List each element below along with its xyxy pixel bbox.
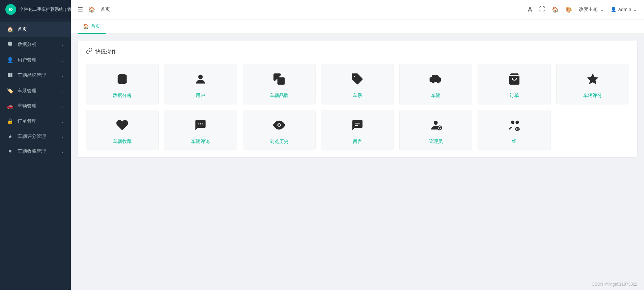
sidebar-item-user-management[interactable]: 👤 用户管理 ⌄ [0,52,71,68]
chevron-icon: ⌄ [61,42,64,47]
chevron-icon: ⌄ [61,134,64,139]
car-icon: 🚗 [7,103,14,109]
sidebar-item-vehicle-management[interactable]: 🚗 车辆管理 ⌄ [0,98,71,114]
qi-bag-icon [508,72,521,88]
tag-icon: 🏷️ [7,88,14,94]
qi-label: 车系 [353,93,362,99]
chevron-icon: ⌄ [61,104,64,108]
sidebar-item-home[interactable]: 🏠 首页 [0,22,71,37]
palette-icon[interactable]: 🎨 [565,6,572,13]
topbar-home-icon: 🏠 [88,6,95,13]
quick-grid-row2: 车辆收藏 车辆评论 [86,110,629,150]
sidebar-item-label: 数据分析 [18,42,61,48]
sidebar-item-label: 车辆品牌管理 [18,72,61,78]
sidebar-item-favorite-management[interactable]: ♥ 车辆收藏管理 ⌄ [0,144,71,159]
svg-point-17 [202,123,203,124]
svg-point-25 [511,121,514,124]
qi-label: 订单 [510,93,519,99]
brand-icon [7,72,14,79]
user-chevron-icon: ⌄ [633,7,637,12]
quick-item-admin[interactable]: 管理员 [399,110,472,150]
sidebar-item-label: 车辆管理 [18,103,61,109]
qi-label: 组 [512,139,517,145]
content-area: 🏠 首页 快捷操作 [71,19,644,290]
chevron-icon: ⌄ [61,89,64,93]
quick-grid-row1: 数据分析 用户 [86,64,629,104]
sidebar-item-brand-management[interactable]: 车辆品牌管理 ⌄ [0,68,71,83]
qi-tag-icon [351,72,364,88]
qi-user-icon [194,72,207,88]
qi-comment-icon [194,118,207,134]
topbar-breadcrumb: 首页 [101,6,110,13]
sidebar-item-label: 用户管理 [18,57,61,63]
sidebar-item-data-analysis[interactable]: 数据分析 ⌄ [0,37,71,52]
app-title: 个性化二手车推荐系统 | 管理员 [20,6,71,13]
quick-item-message[interactable]: 留言 [321,110,394,150]
svg-rect-9 [277,77,285,85]
quick-item-comment[interactable]: 车辆评论 [164,110,237,150]
footer-text: CSDN @linge511873822 [592,282,637,287]
qi-label: 车辆评分 [583,93,602,99]
logo-icon [5,4,16,15]
topbar-nav-home-icon[interactable]: 🏠 [552,6,559,13]
tab-home[interactable]: 🏠 首页 [78,20,106,34]
svg-rect-4 [10,73,12,75]
quick-item-group[interactable]: 组 [478,110,551,150]
empty-grid-item [556,110,629,150]
home-icon: 🏠 [7,26,14,32]
sidebar-menu: 🏠 首页 数据分析 ⌄ 👤 用户管理 ⌄ [0,19,71,290]
qi-label: 车辆评论 [191,139,210,145]
quick-item-data-analysis[interactable]: 数据分析 [86,64,159,104]
heart-icon: ♥ [7,148,14,154]
quick-item-order[interactable]: 订单 [478,64,551,104]
topbar-theme-label: 改变主题 [579,6,598,13]
topbar-right: A 🏠 🎨 改变主题 ⌄ 👤 admin ⌄ [528,6,637,13]
topbar-user-label: admin [618,7,631,12]
section-title-text: 快捷操作 [95,48,117,55]
qi-eye-icon [272,118,286,134]
sidebar-item-label: 车系管理 [18,88,61,94]
sidebar-item-label: 订单管理 [18,118,61,124]
svg-marker-14 [587,73,598,84]
svg-point-26 [515,121,519,124]
quick-item-brand[interactable]: 车辆品牌 [243,64,316,104]
tab-bar: 🏠 首页 [71,19,644,34]
sidebar-item-series-management[interactable]: 🏷️ 车系管理 ⌄ [0,83,71,98]
quick-item-browse[interactable]: 浏览历史 [243,110,316,150]
svg-point-22 [434,121,438,125]
qi-copy-icon [272,72,286,88]
chevron-icon: ⌄ [61,73,64,78]
svg-point-8 [198,75,203,79]
quick-item-user[interactable]: 用户 [164,64,237,104]
qi-star-icon [586,72,599,88]
database-icon [7,41,14,48]
quick-actions-card: 快捷操作 数据分析 [78,41,637,157]
qi-heart-icon [115,118,129,134]
quick-item-vehicle[interactable]: 车辆 [399,64,472,104]
quick-item-series[interactable]: 车系 [321,64,394,104]
qi-label: 车辆品牌 [270,93,289,99]
tab-home-icon: 🏠 [83,24,89,29]
qi-car-icon [429,72,442,88]
quick-item-favorite[interactable]: 车辆收藏 [86,110,159,150]
page-content: 快捷操作 数据分析 [71,34,644,290]
qi-admin-icon [429,118,442,134]
main-container: ☰ 🏠 首页 A 🏠 🎨 改变主题 ⌄ 👤 admin ⌄ [71,0,644,290]
font-size-icon[interactable]: A [528,6,532,13]
qi-label: 浏览历史 [270,139,289,145]
qi-label: 用户 [196,93,205,99]
sidebar-item-label: 车辆收藏管理 [18,148,61,154]
hamburger-icon[interactable]: ☰ [78,6,83,13]
svg-point-1 [10,9,11,10]
quick-item-rating[interactable]: 车辆评分 [556,64,629,104]
sidebar-item-rating-management[interactable]: ★ 车辆评分管理 ⌄ [0,129,71,144]
qi-chat-icon [351,118,364,134]
svg-rect-3 [8,73,10,75]
sidebar-item-order-management[interactable]: 🔒 订单管理 ⌄ [0,114,71,129]
qi-label: 数据分析 [113,93,132,99]
topbar-user-menu[interactable]: 👤 admin ⌄ [611,7,637,12]
qi-database-icon [115,72,129,88]
svg-point-12 [437,80,440,83]
topbar-theme-button[interactable]: 改变主题 ⌄ [579,6,604,13]
fullscreen-icon[interactable] [539,6,545,13]
